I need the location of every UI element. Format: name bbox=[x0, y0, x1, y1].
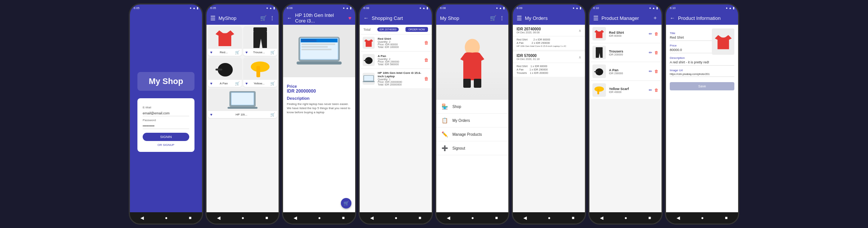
product-card-laptop[interactable]: ♥ HP 10t... 🛒 bbox=[208, 88, 277, 118]
favorite-icon-pan[interactable]: ♥ bbox=[210, 81, 212, 86]
home-nav-3[interactable]: ● bbox=[318, 215, 321, 220]
cart-item-price-pan: Price: IDR 290000 bbox=[378, 60, 421, 63]
wifi-icon-3: ▲ bbox=[346, 6, 349, 10]
back-nav-8[interactable]: ◀ bbox=[677, 215, 680, 220]
edit-shirt-button[interactable]: ✏ bbox=[649, 32, 652, 36]
more-icon[interactable]: ⋮ bbox=[270, 15, 275, 21]
pm-item-pan-pm: A Pan IDR 290000 ✏ 🗑 bbox=[589, 62, 662, 80]
hamburger-icon[interactable]: ☰ bbox=[210, 15, 215, 22]
pm-info-shirt: Red Shirt IDR 80000 bbox=[609, 31, 646, 37]
back-nav-7[interactable]: ◀ bbox=[600, 215, 603, 220]
order-chevron-2[interactable]: ∧ bbox=[579, 55, 581, 59]
back-button-pi[interactable]: ← bbox=[670, 15, 675, 21]
back-nav-6[interactable]: ◀ bbox=[523, 215, 527, 220]
add-to-cart-trousers[interactable]: 🛒 bbox=[270, 50, 275, 54]
order-now-button[interactable]: ORDER NOW bbox=[405, 27, 428, 32]
home-nav-4[interactable]: ● bbox=[395, 215, 397, 220]
square-nav-8[interactable]: ■ bbox=[725, 215, 728, 220]
delete-shirt-button[interactable]: 🗑 bbox=[424, 40, 429, 45]
home-nav-7[interactable]: ● bbox=[624, 215, 627, 220]
product-name-scarf: Yellow... bbox=[253, 82, 264, 85]
home-nav-5[interactable]: ● bbox=[471, 215, 474, 220]
pm-actions-shirt: ✏ 🗑 bbox=[649, 32, 659, 36]
manage-icon: ✏️ bbox=[442, 131, 448, 137]
delete-laptop-button[interactable]: 🗑 bbox=[424, 76, 429, 81]
home-nav-2[interactable]: ● bbox=[241, 215, 244, 220]
edit-scarf-button[interactable]: ✏ bbox=[649, 88, 652, 93]
more-icon-myshop[interactable]: ⋮ bbox=[499, 15, 505, 21]
favorite-icon-trousers[interactable]: ♥ bbox=[246, 50, 248, 54]
delete-scarf-pm-button[interactable]: 🗑 bbox=[654, 88, 659, 93]
cart-icon-myshop[interactable]: 🛒 bbox=[490, 15, 496, 21]
back-nav-3[interactable]: ◀ bbox=[294, 215, 297, 220]
favorite-button-detail[interactable]: ♥ bbox=[348, 15, 351, 21]
email-input[interactable] bbox=[143, 111, 189, 116]
pm-name-scarf: Yellow Scarf bbox=[609, 87, 646, 91]
product-card-pan[interactable]: ♥ A Pan 🛒 bbox=[208, 57, 242, 87]
email-label: E-Mail bbox=[143, 106, 189, 109]
svg-rect-16 bbox=[301, 46, 328, 48]
home-nav-6[interactable]: ● bbox=[548, 215, 550, 220]
hamburger-icon-orders[interactable]: ☰ bbox=[517, 15, 522, 22]
price-label: Price bbox=[287, 84, 351, 88]
back-nav[interactable]: ◀ bbox=[140, 215, 144, 220]
product-card-scarf[interactable]: ♥ Yellow... 🛒 bbox=[243, 57, 277, 87]
favorite-icon-shirt[interactable]: ♥ bbox=[210, 50, 212, 54]
signup-link[interactable]: OR SIGNUP bbox=[143, 143, 189, 147]
square-nav[interactable]: ■ bbox=[189, 215, 191, 220]
pm-price-scarf: IDR 49000 bbox=[609, 91, 646, 93]
product-card-trousers[interactable]: ♥ Trouse... 🛒 bbox=[243, 26, 277, 56]
app-bar-title-grid: MyShop bbox=[219, 15, 257, 21]
order-header-2[interactable]: IDR 570000 04 Dec 2020, 01:18 ∧ bbox=[513, 51, 585, 63]
add-to-cart-shirt[interactable]: 🛒 bbox=[235, 50, 240, 54]
delete-pan-pm-button[interactable]: 🗑 bbox=[654, 69, 659, 74]
back-nav-4[interactable]: ◀ bbox=[370, 215, 374, 220]
menu-item-orders[interactable]: 📋 My Orders bbox=[436, 114, 508, 128]
order-chevron-1[interactable]: ∧ bbox=[579, 28, 581, 33]
delete-pan-button[interactable]: 🗑 bbox=[424, 57, 429, 63]
square-nav-2[interactable]: ■ bbox=[265, 215, 268, 220]
edit-trousers-button[interactable]: ✏ bbox=[649, 50, 652, 55]
cart-pan-icon bbox=[363, 55, 374, 65]
back-button-detail[interactable]: ← bbox=[287, 15, 292, 21]
svg-rect-15 bbox=[301, 44, 335, 45]
hamburger-icon-pm[interactable]: ☰ bbox=[593, 15, 598, 22]
delete-trousers-pm-button[interactable]: 🗑 bbox=[654, 50, 659, 55]
menu-item-signout[interactable]: ➕ Signout bbox=[436, 141, 508, 155]
cart-fab-button[interactable]: 🛒 bbox=[341, 198, 351, 208]
back-nav-2[interactable]: ◀ bbox=[217, 215, 220, 220]
square-nav-5[interactable]: ■ bbox=[495, 215, 498, 220]
password-input[interactable] bbox=[143, 123, 189, 129]
square-nav-3[interactable]: ■ bbox=[342, 215, 345, 220]
add-product-icon[interactable]: ＋ bbox=[653, 15, 658, 21]
square-nav-7[interactable]: ■ bbox=[648, 215, 651, 220]
back-nav-5[interactable]: ◀ bbox=[447, 215, 450, 220]
pi-image-url-value[interactable]: https://cdn.pixabay.com/photo/201 bbox=[670, 73, 734, 77]
cart-icon[interactable]: 🛒 bbox=[260, 15, 267, 21]
edit-pan-button[interactable]: ✏ bbox=[649, 69, 652, 74]
back-button-cart[interactable]: ← bbox=[363, 15, 369, 21]
favorite-icon-scarf[interactable]: ♥ bbox=[246, 81, 248, 86]
cart-item-total-shirt: Total: IDR 160000 bbox=[378, 46, 421, 48]
phone-product-info: 6:10 ● ▲ ▮ ← Product Information Title R… bbox=[665, 3, 739, 225]
home-nav-8[interactable]: ● bbox=[701, 215, 704, 220]
product-card-shirt[interactable]: ♥ Red... 🛒 bbox=[208, 26, 242, 56]
square-nav-4[interactable]: ■ bbox=[419, 215, 421, 220]
order-row-pan-2: A Pan 1 x IDR 290000 bbox=[517, 68, 581, 71]
square-nav-6[interactable]: ■ bbox=[572, 215, 574, 220]
cart-item-img-pan bbox=[363, 54, 375, 66]
menu-item-shop[interactable]: 🏪 Shop bbox=[436, 100, 508, 114]
home-nav[interactable]: ● bbox=[165, 215, 167, 220]
svg-rect-25 bbox=[463, 79, 471, 88]
signin-button[interactable]: SIGNIN bbox=[143, 133, 189, 141]
delete-shirt-pm-button[interactable]: 🗑 bbox=[654, 32, 659, 36]
order-header-1[interactable]: IDR 20740000 04 Dec 2020, 06:08 ∧ bbox=[513, 25, 585, 36]
save-product-button[interactable]: Save bbox=[670, 82, 734, 90]
add-to-cart-scarf[interactable]: 🛒 bbox=[270, 81, 275, 86]
favorite-icon-laptop[interactable]: ♥ bbox=[210, 112, 212, 117]
add-to-cart-pan[interactable]: 🛒 bbox=[235, 81, 240, 86]
pi-desc-value[interactable]: A red shirt - it is pretty red! bbox=[670, 60, 734, 66]
signal-icon-6: ● bbox=[573, 6, 574, 10]
menu-item-manage[interactable]: ✏️ Manage Products bbox=[436, 128, 508, 141]
add-to-cart-laptop[interactable]: 🛒 bbox=[270, 112, 275, 117]
